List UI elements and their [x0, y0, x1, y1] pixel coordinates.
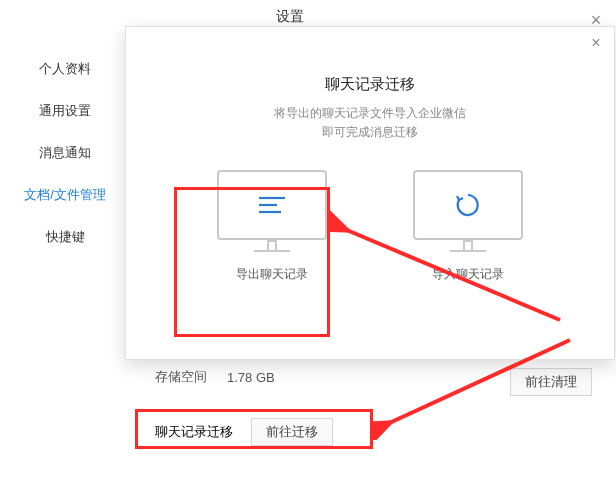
modal-subtitle: 将导出的聊天记录文件导入企业微信 即可完成消息迁移	[126, 104, 614, 142]
window-title: 设置	[276, 8, 304, 26]
monitor-icon	[217, 170, 327, 252]
cleanup-button[interactable]: 前往清理	[510, 368, 592, 396]
modal-close-icon[interactable]: ×	[586, 33, 606, 53]
sidebar-item-label: 个人资料	[39, 61, 91, 76]
sidebar-item-shortcuts[interactable]: 快捷键	[0, 216, 130, 258]
storage-row: 存储空间 1.78 GB	[155, 368, 275, 386]
migration-options: 导出聊天记录 导入聊天记录	[126, 170, 614, 283]
sidebar-item-label: 通用设置	[39, 103, 91, 118]
export-lines-icon	[255, 194, 289, 216]
storage-label: 存储空间	[155, 368, 207, 386]
modal-subtitle-line: 将导出的聊天记录文件导入企业微信	[274, 106, 466, 120]
sidebar-item-label: 快捷键	[46, 229, 85, 244]
export-label: 导出聊天记录	[217, 266, 327, 283]
sidebar-item-label: 消息通知	[39, 145, 91, 160]
goto-migration-button[interactable]: 前往迁移	[251, 418, 333, 446]
modal-subtitle-line: 即可完成消息迁移	[322, 125, 418, 139]
sidebar-item-files[interactable]: 文档/文件管理	[0, 174, 130, 216]
migration-row: 聊天记录迁移 前往迁移	[155, 418, 333, 446]
settings-window: 设置 × 个人资料 通用设置 消息通知 文档/文件管理 快捷键 存储空间 1.7…	[0, 0, 616, 500]
monitor-icon	[413, 170, 523, 252]
import-refresh-icon	[453, 190, 483, 220]
sidebar-item-label: 文档/文件管理	[24, 187, 106, 202]
storage-value: 1.78 GB	[227, 370, 275, 385]
sidebar-item-profile[interactable]: 个人资料	[0, 48, 130, 90]
sidebar-nav: 个人资料 通用设置 消息通知 文档/文件管理 快捷键	[0, 48, 130, 258]
migration-label: 聊天记录迁移	[155, 423, 233, 441]
import-option[interactable]: 导入聊天记录	[413, 170, 523, 283]
export-option[interactable]: 导出聊天记录	[217, 170, 327, 283]
sidebar-item-general[interactable]: 通用设置	[0, 90, 130, 132]
import-label: 导入聊天记录	[413, 266, 523, 283]
modal-title: 聊天记录迁移	[126, 75, 614, 94]
migration-modal: × 聊天记录迁移 将导出的聊天记录文件导入企业微信 即可完成消息迁移	[125, 26, 615, 360]
sidebar-item-notifications[interactable]: 消息通知	[0, 132, 130, 174]
